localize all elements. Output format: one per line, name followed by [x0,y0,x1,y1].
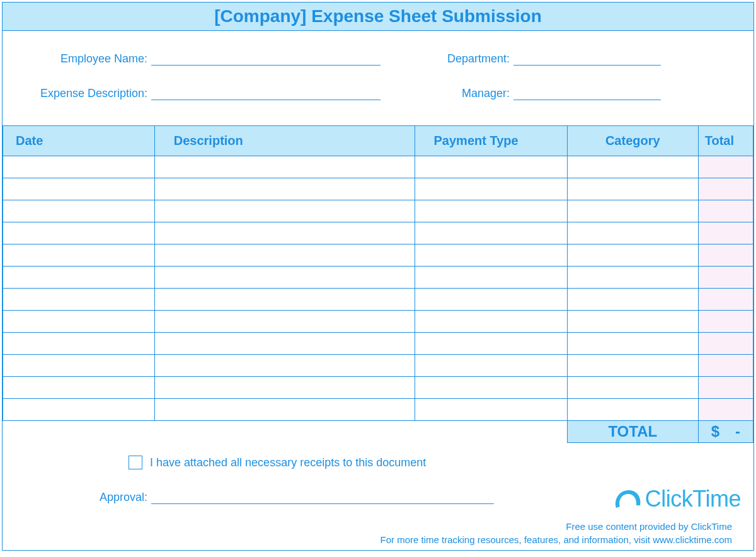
cell-category[interactable] [567,399,698,421]
cell-payment_type[interactable] [415,399,567,421]
cell-payment_type[interactable] [415,200,567,222]
cell-total[interactable] [698,355,753,377]
department-input[interactable] [513,50,661,66]
table-row [3,156,753,178]
cell-payment_type[interactable] [415,333,567,355]
table-row [3,178,753,200]
table-row [3,267,753,289]
cell-category[interactable] [567,377,698,399]
table-row [3,333,753,355]
manager-input[interactable] [513,84,661,100]
total-label: TOTAL [567,421,698,443]
cell-total[interactable] [698,289,753,311]
cell-description[interactable] [154,222,415,244]
cell-payment_type[interactable] [415,355,567,377]
receipts-checkbox[interactable] [129,456,142,469]
cell-category[interactable] [567,200,698,222]
table-row [3,222,753,244]
cell-total[interactable] [698,333,753,355]
manager-label: Manager: [415,87,513,100]
cell-payment_type[interactable] [415,289,567,311]
col-payment-type: Payment Type [415,126,567,156]
cell-description[interactable] [154,200,415,222]
table-row [3,289,753,311]
department-label: Department: [415,52,513,66]
cell-date[interactable] [3,355,155,377]
cell-description[interactable] [154,311,415,333]
cell-date[interactable] [3,399,155,421]
cell-payment_type[interactable] [415,377,567,399]
table-row [3,311,753,333]
cell-total[interactable] [698,267,753,289]
cell-description[interactable] [154,178,415,200]
cell-date[interactable] [3,333,155,355]
expense-table: Date Description Payment Type Category T… [3,125,753,443]
employee-name-input[interactable] [151,50,381,66]
cell-date[interactable] [3,156,155,178]
svg-rect-1 [626,500,633,502]
clock-icon [612,486,643,512]
cell-category[interactable] [567,156,698,178]
cell-description[interactable] [154,267,415,289]
col-description: Description [154,126,415,156]
cell-total[interactable] [698,399,753,421]
cell-date[interactable] [3,267,155,289]
cell-total[interactable] [698,178,753,200]
cell-category[interactable] [567,267,698,289]
brand-name: ClickTime [645,486,741,512]
cell-payment_type[interactable] [415,156,567,178]
table-row [3,399,753,421]
receipts-label: I have attached all necessary receipts t… [150,456,426,469]
approval-input[interactable] [151,488,494,504]
cell-date[interactable] [3,222,155,244]
cell-description[interactable] [154,289,415,311]
cell-description[interactable] [154,355,415,377]
cell-total[interactable] [698,377,753,399]
cell-total[interactable] [698,222,753,244]
cell-total[interactable] [698,311,753,333]
cell-payment_type[interactable] [415,244,567,267]
cell-date[interactable] [3,311,155,333]
cell-total[interactable] [698,156,753,178]
cell-description[interactable] [154,399,415,421]
expense-description-input[interactable] [151,84,381,100]
employee-name-label: Employee Name: [21,52,151,66]
cell-date[interactable] [3,178,155,200]
total-row: TOTAL $ - [3,421,753,443]
cell-payment_type[interactable] [415,178,567,200]
total-value: $ - [698,421,753,443]
cell-category[interactable] [567,289,698,311]
cell-category[interactable] [567,178,698,200]
info-block: Employee Name: Department: Expense Descr… [3,31,753,125]
cell-payment_type[interactable] [415,311,567,333]
cell-date[interactable] [3,289,155,311]
expense-description-label: Expense Description: [21,87,151,100]
col-total: Total [698,126,753,156]
cell-category[interactable] [567,244,698,267]
brand-logo: ClickTime [612,486,741,512]
cell-date[interactable] [3,377,155,399]
col-category: Category [567,126,698,156]
footer-line-2: For more time tracking resources, featur… [21,533,732,546]
table-row [3,244,753,267]
cell-date[interactable] [3,200,155,222]
cell-category[interactable] [567,311,698,333]
cell-total[interactable] [698,200,753,222]
page-title: [Company] Expense Sheet Submission [3,3,753,31]
table-row [3,377,753,399]
cell-category[interactable] [567,355,698,377]
cell-description[interactable] [154,377,415,399]
cell-category[interactable] [567,222,698,244]
cell-description[interactable] [154,333,415,355]
cell-date[interactable] [3,244,155,267]
cell-category[interactable] [567,333,698,355]
footer: Free use content provided by ClickTime F… [21,520,735,546]
approval-label: Approval: [21,491,151,504]
table-row [3,200,753,222]
cell-description[interactable] [154,244,415,267]
cell-total[interactable] [698,244,753,267]
cell-description[interactable] [154,156,415,178]
cell-payment_type[interactable] [415,222,567,244]
cell-payment_type[interactable] [415,267,567,289]
expense-sheet: [Company] Expense Sheet Submission Emplo… [2,2,754,551]
